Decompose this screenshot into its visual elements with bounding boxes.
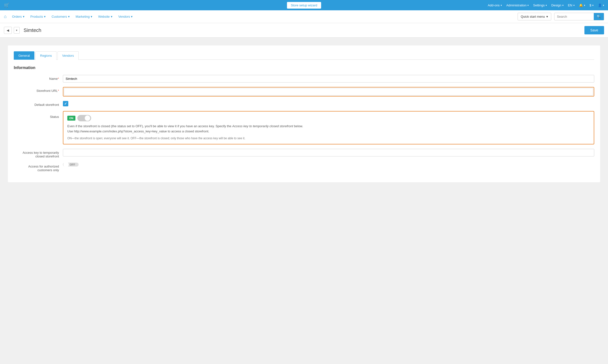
nav-item-marketing[interactable]: Marketing ▾ <box>73 13 95 20</box>
status-label: Status <box>14 111 63 119</box>
administration-menu[interactable]: Administration ▾ <box>506 3 529 7</box>
store-setup-wizard-button[interactable]: Store setup wizard <box>287 2 321 9</box>
tabs: General Regions Vendors <box>14 51 594 60</box>
marketing-caret: ▾ <box>91 15 92 18</box>
user-caret: ▾ <box>603 4 604 7</box>
access-key-row: Access key to temporarily closed storefr… <box>14 149 594 158</box>
page-header-left: ◀ ▾ Simtech <box>4 27 41 34</box>
top-bar-center: Store setup wizard <box>287 2 321 9</box>
user-icon: 👤 <box>598 3 602 7</box>
status-row: Status ON Even if the storefront is clos… <box>14 111 594 144</box>
orders-caret: ▾ <box>23 15 25 18</box>
user-menu[interactable]: 👤 ▾ <box>598 3 604 7</box>
search-bar: 🔍 <box>554 13 604 20</box>
home-icon[interactable]: ⌂ <box>4 14 7 19</box>
search-input[interactable] <box>554 13 594 20</box>
save-button[interactable]: Save <box>584 26 604 34</box>
main-content: General Regions Vendors Information Name… <box>8 45 600 182</box>
status-note: ON—the storefront is open; everyone will… <box>67 136 590 140</box>
status-toggle[interactable] <box>77 115 91 121</box>
storefront-url-input[interactable] <box>64 88 593 96</box>
back-button[interactable]: ◀ <box>4 27 12 34</box>
nav-item-vendors[interactable]: Vendors ▾ <box>116 13 135 20</box>
top-bar: 🛒 Store setup wizard Add-ons ▾ Administr… <box>0 0 608 10</box>
settings-caret: ▾ <box>546 4 547 7</box>
quick-start-caret: ▾ <box>546 15 548 18</box>
website-caret: ▾ <box>111 15 113 18</box>
name-label: Name* <box>14 75 63 81</box>
settings-menu[interactable]: Settings ▾ <box>533 3 547 7</box>
access-auth-toggle[interactable]: OFF <box>63 163 79 167</box>
top-bar-left: 🛒 <box>4 2 9 8</box>
currency-menu[interactable]: $ ▾ <box>590 3 594 7</box>
design-caret: ▾ <box>562 4 564 7</box>
cart-icon[interactable]: 🛒 <box>4 2 9 8</box>
tab-general[interactable]: General <box>14 51 34 60</box>
section-title: Information <box>14 66 594 70</box>
access-key-input[interactable] <box>63 149 594 156</box>
toggle-knob <box>85 115 90 121</box>
content-wrapper: General Regions Vendors Information Name… <box>0 38 608 190</box>
currency-caret: ▾ <box>592 4 594 7</box>
tab-vendors[interactable]: Vendors <box>57 51 79 60</box>
back-dropdown-button[interactable]: ▾ <box>14 27 20 34</box>
nav-item-products[interactable]: Products ▾ <box>28 13 48 20</box>
nav-item-website[interactable]: Website ▾ <box>96 13 115 20</box>
name-row: Name* <box>14 75 594 83</box>
top-bar-right: Add-ons ▾ Administration ▾ Settings ▾ De… <box>488 3 604 7</box>
page-title: Simtech <box>24 28 41 33</box>
access-auth-toggle-knob <box>63 162 69 167</box>
access-auth-row: Access for authorized customers only OFF <box>14 163 594 172</box>
access-auth-off-label: OFF <box>70 163 75 166</box>
bell-icon: 🔔 <box>579 3 583 7</box>
tab-regions[interactable]: Regions <box>35 51 57 60</box>
nav-bar: ⌂ Orders ▾ Products ▾ Customers ▾ Market… <box>0 10 608 23</box>
page-header: ◀ ▾ Simtech Save <box>0 23 608 38</box>
status-toggle-container: ON <box>67 115 590 121</box>
vendors-caret: ▾ <box>131 15 133 18</box>
nav-item-customers[interactable]: Customers ▾ <box>49 13 72 20</box>
language-menu[interactable]: EN ▾ <box>568 3 575 7</box>
customers-caret: ▾ <box>68 15 70 18</box>
default-storefront-checkbox[interactable] <box>63 101 68 106</box>
status-toggle-on-label: ON <box>67 116 75 121</box>
products-caret: ▾ <box>44 15 46 18</box>
status-box: ON Even if the storefront is closed (the… <box>63 111 594 144</box>
access-key-label: Access key to temporarily closed storefr… <box>14 149 63 158</box>
notifications-menu[interactable]: 🔔 ▾ <box>579 3 585 7</box>
name-input[interactable] <box>63 75 594 83</box>
add-ons-menu[interactable]: Add-ons ▾ <box>488 3 502 7</box>
language-caret: ▾ <box>573 4 575 7</box>
design-menu[interactable]: Design ▾ <box>551 3 563 7</box>
default-storefront-row: Default storefront <box>14 101 594 107</box>
access-auth-label: Access for authorized customers only <box>14 163 63 172</box>
currency-icon: $ <box>590 3 591 7</box>
status-description: Even if the storefront is closed (the st… <box>67 124 590 134</box>
default-storefront-label: Default storefront <box>14 101 63 107</box>
add-ons-caret: ▾ <box>501 4 502 7</box>
storefront-url-row: Storefront URL* <box>14 87 594 97</box>
notifications-caret: ▾ <box>584 4 585 7</box>
search-icon: 🔍 <box>597 15 601 18</box>
storefront-url-wrapper <box>63 87 594 97</box>
nav-item-orders[interactable]: Orders ▾ <box>10 13 27 20</box>
quick-start-menu-button[interactable]: Quick start menu ▾ <box>518 13 551 20</box>
storefront-url-label: Storefront URL* <box>14 87 63 93</box>
search-button[interactable]: 🔍 <box>594 13 604 20</box>
administration-caret: ▾ <box>527 4 529 7</box>
